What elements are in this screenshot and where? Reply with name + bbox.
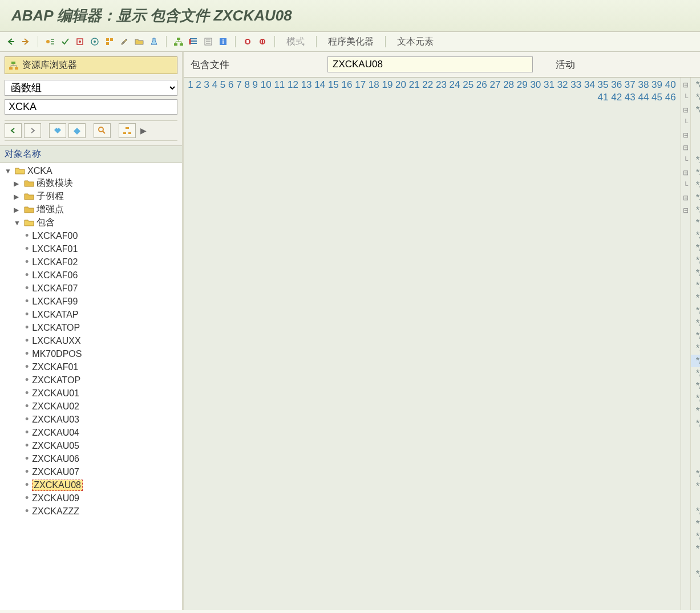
status-text: 活动 [556, 58, 575, 71]
info-icon[interactable]: i [217, 35, 229, 48]
tree-leaf[interactable]: •LXCKAF02 [0, 255, 182, 269]
svg-point-2 [79, 40, 81, 43]
svg-rect-6 [110, 38, 113, 41]
more-icon[interactable]: ▶ [140, 126, 147, 135]
svg-rect-19 [15, 67, 18, 70]
fold-gutter[interactable]: ⊟ └ ⊟ └ ⊟ ⊟ └ ⊟ └ ⊟ ⊟ [681, 78, 691, 610]
tree-leaf[interactable]: •ZXCKATOP [0, 374, 182, 387]
tree-leaf[interactable]: •ZXCKAU01 [0, 387, 182, 400]
pattern-button[interactable]: 模式 [281, 36, 310, 48]
svg-rect-23 [128, 132, 131, 134]
tree-leaf[interactable]: •LXCKAF01 [0, 242, 182, 255]
tree-leaf[interactable]: •LXCKAF07 [0, 282, 182, 295]
where-used-icon[interactable] [103, 35, 116, 48]
main-toolbar: i 模式 程序美化器 文本元素 [0, 32, 700, 52]
code-editor[interactable]: 1 2 3 4 5 6 7 8 9 10 11 12 13 14 15 16 1… [184, 77, 700, 610]
svg-rect-10 [180, 43, 183, 46]
tree-leaf[interactable]: •ZXCKAU09 [0, 492, 182, 505]
search-icon[interactable] [94, 123, 111, 138]
favorite-icon[interactable] [49, 123, 66, 138]
forward-icon[interactable] [19, 35, 32, 48]
object-name-input[interactable] [5, 99, 177, 115]
test-icon[interactable] [148, 35, 160, 48]
svg-rect-5 [106, 38, 109, 41]
svg-rect-9 [174, 43, 177, 46]
back-icon[interactable] [5, 35, 17, 48]
breakpoint-icon[interactable] [241, 35, 254, 48]
window-title: ABAP 编辑器：显示 包含文件 ZXCKAU08 [11, 6, 689, 26]
tree-leaf[interactable]: •ZXCKAU07 [0, 465, 182, 478]
svg-rect-22 [123, 132, 126, 134]
nav-fwd-icon[interactable] [24, 123, 41, 138]
tree-leaf[interactable]: •LXCKAUXX [0, 334, 182, 347]
tree-leaf[interactable]: •ZXCKAU03 [0, 413, 182, 426]
include-label: 包含文件 [191, 58, 316, 71]
check-icon[interactable] [59, 35, 71, 48]
execute-icon[interactable] [88, 35, 101, 48]
svg-rect-17 [11, 62, 15, 64]
tree-leaf[interactable]: •ZXCKAU05 [0, 439, 182, 452]
tree-leaf[interactable]: •ZXCKAU08 [0, 478, 182, 492]
tree-leaf[interactable]: •LXCKAF06 [0, 269, 182, 282]
tree-leaf[interactable]: •MK70DPOS [0, 347, 182, 360]
svg-text:i: i [222, 38, 224, 45]
tree-icon[interactable] [119, 123, 136, 138]
tree-header: 对象名称 [0, 145, 182, 163]
hierarchy-icon [9, 61, 19, 70]
edit-icon[interactable] [118, 35, 131, 48]
tree-leaf[interactable]: •LXCKATAP [0, 308, 182, 321]
svg-rect-18 [9, 67, 13, 70]
pretty-printer-button[interactable]: 程序美化器 [322, 36, 379, 48]
repo-browser-title: 资源库浏览器 [5, 56, 177, 74]
tree-folder[interactable]: ▶增强点 [0, 203, 182, 216]
svg-rect-15 [246, 40, 249, 43]
window-title-bar: ABAP 编辑器：显示 包含文件 ZXCKAU08 [0, 0, 700, 32]
svg-rect-8 [177, 38, 180, 40]
activate-icon[interactable] [74, 35, 86, 48]
breakpoint-ext-icon[interactable] [256, 35, 269, 48]
svg-rect-21 [126, 127, 129, 129]
tree-leaf[interactable]: •ZXCKAZZZ [0, 505, 182, 518]
include-name-field[interactable] [327, 56, 533, 72]
tree-leaf[interactable]: •LXCKATOP [0, 321, 182, 334]
svg-point-4 [94, 40, 96, 43]
editor-info-bar: 包含文件 活动 [184, 52, 700, 77]
tree-leaf[interactable]: •ZXCKAU06 [0, 452, 182, 465]
hierarchy-icon[interactable] [172, 35, 185, 48]
tree-leaf[interactable]: •LXCKAF99 [0, 295, 182, 308]
tree-leaf[interactable]: •LXCKAF00 [0, 229, 182, 242]
tree-leaf[interactable]: •ZXCKAF01 [0, 360, 182, 374]
text-elements-button[interactable]: 文本元素 [391, 36, 439, 48]
list-icon[interactable] [202, 35, 215, 48]
nav-back-icon[interactable] [5, 123, 22, 138]
object-tree[interactable]: ▼XCKA▶函数模块▶子例程▶增强点▼包含•LXCKAF00•LXCKAF01•… [0, 163, 182, 610]
repository-browser-panel: 资源库浏览器 函数组 ▶ 对象名称 ▼XCKA▶函数模块▶子例程▶增强点▼包含•… [0, 52, 184, 610]
tree-root[interactable]: ▼XCKA [0, 165, 182, 177]
display-toggle-icon[interactable] [44, 35, 56, 48]
object-type-select[interactable]: 函数组 [5, 80, 177, 96]
tree-leaf[interactable]: •ZXCKAU04 [0, 426, 182, 439]
svg-point-20 [99, 127, 103, 132]
tree-leaf[interactable]: •ZXCKAU02 [0, 400, 182, 413]
indent-icon[interactable] [187, 35, 200, 48]
svg-point-0 [46, 40, 50, 43]
tree-folder[interactable]: ▶函数模块 [0, 177, 182, 190]
folder-icon[interactable] [133, 35, 145, 48]
tree-folder[interactable]: ▶子例程 [0, 190, 182, 203]
tree-folder[interactable]: ▼包含 [0, 216, 182, 229]
bookmark-icon[interactable] [68, 123, 86, 138]
line-gutter: 1 2 3 4 5 6 7 8 9 10 11 12 13 14 15 16 1… [184, 78, 681, 610]
svg-rect-7 [106, 42, 109, 45]
code-area[interactable]: *&--------------------------------------… [691, 78, 700, 610]
svg-point-16 [260, 39, 265, 44]
